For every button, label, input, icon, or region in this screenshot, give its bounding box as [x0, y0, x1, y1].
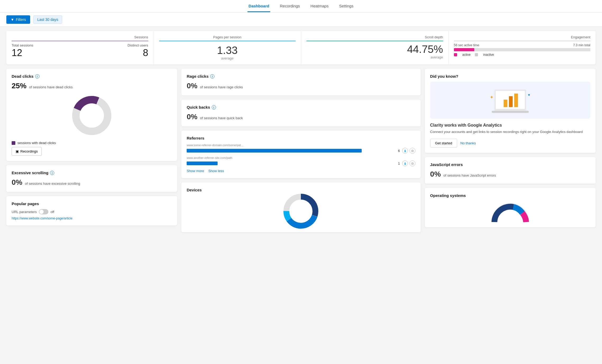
- js-errors-card: JavaScript errors 0% of sessions have Ja…: [425, 157, 596, 184]
- col-mid: Rage clicks i 0% of sessions have rage c…: [181, 69, 421, 232]
- tab-settings[interactable]: Settings: [338, 1, 355, 12]
- svg-rect-11: [509, 96, 513, 107]
- tab-heatmaps[interactable]: Heatmaps: [309, 1, 329, 12]
- referrer-item-1: www.another-referrer-site.com/path 1 💧 ⊡: [187, 156, 415, 166]
- js-errors-sub: of sessions have JavaScript errors: [443, 173, 496, 177]
- devices-chart: [187, 195, 415, 227]
- rage-clicks-info-icon[interactable]: i: [210, 74, 214, 79]
- referrer-bar-0: [187, 149, 362, 153]
- dead-clicks-donut: [12, 94, 172, 137]
- url-params-value: off: [50, 210, 54, 214]
- referrer-url-0: www.some-referrer-domain.com/some/path/t…: [187, 144, 245, 147]
- excessive-scrolling-sub: of sessions have excessive scrolling: [25, 182, 80, 186]
- top-nav: Dashboard Recordings Heatmaps Settings: [0, 0, 602, 13]
- pages-sub: average: [159, 56, 296, 60]
- os-chart: [430, 201, 590, 222]
- referrer-icons-1: 💧 ⊡: [402, 160, 415, 166]
- svg-text:✦: ✦: [527, 93, 531, 97]
- engagement-total: 7.3 min total: [573, 43, 590, 47]
- sessions-section: Sessions Total sessions 12 Distinct user…: [6, 31, 154, 64]
- quick-backs-info-icon[interactable]: i: [212, 105, 216, 109]
- dead-clicks-info-icon[interactable]: i: [35, 74, 39, 79]
- stats-bar: Sessions Total sessions 12 Distinct user…: [6, 31, 596, 64]
- engagement-legend: active inactive: [454, 53, 591, 57]
- distinct-users-value: 8: [127, 47, 148, 58]
- rage-clicks-pct: 0%: [187, 82, 197, 90]
- inactive-legend-dot: [475, 53, 478, 56]
- operating-systems-card: Operating systems: [425, 188, 596, 227]
- referrer-screen-icon-0[interactable]: ⊡: [410, 148, 415, 154]
- quick-backs-card: Quick backs i 0% of sessions have quick …: [181, 100, 421, 126]
- scroll-sub: average: [306, 55, 443, 59]
- url-params-row: URL parameters off: [12, 209, 172, 214]
- dead-clicks-legend: sessions with dead clicks: [12, 141, 172, 145]
- referrer-drop-icon-1[interactable]: 💧: [402, 160, 408, 166]
- sessions-header: Sessions: [12, 35, 148, 41]
- toggle-knob: [39, 210, 44, 214]
- scroll-value: 44.75%: [306, 43, 443, 55]
- excessive-scrolling-card: Excessive scrolling i 0% of sessions hav…: [6, 165, 177, 192]
- quick-backs-sub: of sessions have quick back: [200, 116, 243, 120]
- dyk-actions: Get started No thanks: [430, 139, 590, 148]
- excessive-scrolling-info-icon[interactable]: i: [50, 171, 54, 175]
- pages-value: 1.33: [159, 44, 296, 56]
- col-right: Did you know? ✦ ✦: [425, 69, 596, 232]
- engagement-header: Engagement: [454, 35, 591, 41]
- url-params-toggle[interactable]: [39, 209, 48, 214]
- filters-button[interactable]: ▼ Filters: [6, 15, 30, 24]
- dead-clicks-legend-label: sessions with dead clicks: [17, 141, 56, 145]
- js-errors-title: JavaScript errors: [430, 162, 590, 167]
- did-you-know-image: ✦ ✦: [430, 82, 590, 119]
- referrer-bar-wrap-1: [187, 162, 393, 165]
- integration-desc: Connect your accounts and get links to s…: [430, 129, 590, 135]
- show-less-link[interactable]: Show less: [208, 169, 224, 173]
- active-label: active: [462, 53, 471, 57]
- get-started-button[interactable]: Get started: [430, 139, 457, 148]
- did-you-know-card: Did you know? ✦ ✦: [425, 69, 596, 153]
- popular-pages-card: Popular pages URL parameters off https:/…: [6, 196, 177, 225]
- recordings-button[interactable]: ▣ Recordings: [12, 147, 42, 156]
- referrer-bar-1: [187, 162, 218, 165]
- referrer-row-1: 1 💧 ⊡: [187, 160, 415, 166]
- pages-header: Pages per session: [159, 35, 296, 41]
- distinct-users-label: Distinct users: [127, 43, 148, 47]
- scroll-section: Scroll depth 44.75% average: [301, 31, 449, 64]
- tab-recordings[interactable]: Recordings: [279, 1, 301, 12]
- referrer-url-1: www.another-referrer-site.com/path: [187, 156, 245, 159]
- url-params-label: URL parameters: [12, 210, 37, 214]
- no-thanks-button[interactable]: No thanks: [460, 139, 476, 148]
- referrers-card: Referrers www.some-referrer-domain.com/s…: [181, 131, 421, 178]
- referrer-bar-wrap-0: [187, 149, 393, 153]
- referrers-title: Referrers: [187, 136, 415, 140]
- referrer-screen-icon-1[interactable]: ⊡: [410, 160, 415, 166]
- engagement-active-time: 56 sec active time: [454, 43, 479, 47]
- referrer-count-1: 1: [395, 162, 400, 165]
- referrer-count-0: 6: [395, 149, 400, 153]
- tab-dashboard[interactable]: Dashboard: [247, 1, 270, 12]
- excessive-scrolling-title: Excessive scrolling i: [12, 171, 172, 175]
- date-range-button[interactable]: Last 30 days: [33, 15, 62, 24]
- scroll-header: Scroll depth: [306, 35, 443, 41]
- devices-card: Devices: [181, 182, 421, 232]
- active-legend-dot: [454, 53, 457, 56]
- operating-systems-title: Operating systems: [430, 193, 590, 198]
- referrer-drop-icon-0[interactable]: 💧: [402, 148, 408, 154]
- filter-icon: ▼: [11, 17, 14, 22]
- popular-page-url[interactable]: https://www.website.com/some-page/articl…: [12, 216, 172, 220]
- recordings-icon: ▣: [16, 149, 19, 153]
- toolbar: ▼ Filters Last 30 days: [0, 13, 602, 27]
- show-more-link[interactable]: Show more: [187, 169, 204, 173]
- integration-title: Clarity works with Google Analytics: [430, 123, 590, 128]
- engagement-bar: [454, 48, 591, 51]
- col-left: Dead clicks i 25% of sessions have dead …: [6, 69, 177, 232]
- referrer-item-0: www.some-referrer-domain.com/some/path/t…: [187, 144, 415, 154]
- devices-title: Devices: [187, 188, 415, 192]
- svg-rect-10: [504, 100, 507, 107]
- total-sessions-value: 12: [12, 47, 33, 58]
- show-links: Show more Show less: [187, 169, 415, 173]
- svg-text:✦: ✦: [490, 95, 494, 100]
- engagement-section: Engagement 56 sec active time 7.3 min to…: [449, 31, 596, 64]
- dead-clicks-legend-sq: [12, 141, 15, 145]
- main-grid: Dead clicks i 25% of sessions have dead …: [0, 69, 602, 239]
- rage-clicks-card: Rage clicks i 0% of sessions have rage c…: [181, 69, 421, 95]
